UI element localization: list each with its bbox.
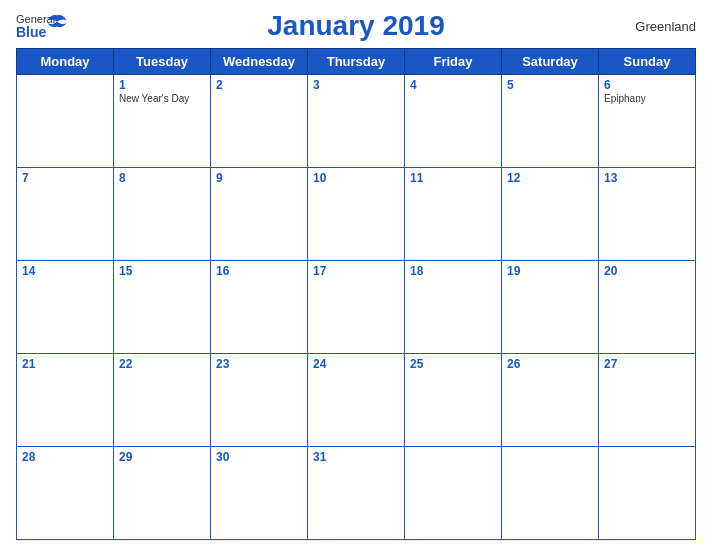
calendar-cell: 21 [17, 354, 114, 447]
month-title: January 2019 [267, 10, 444, 42]
day-number: 24 [313, 357, 399, 371]
calendar-cell: 12 [502, 168, 599, 261]
day-number: 22 [119, 357, 205, 371]
calendar-cell: 22 [114, 354, 211, 447]
day-number: 7 [22, 171, 108, 185]
weekday-header-row: MondayTuesdayWednesdayThursdayFridaySatu… [17, 49, 696, 75]
day-number: 23 [216, 357, 302, 371]
calendar-week-row: 14151617181920 [17, 261, 696, 354]
calendar-cell: 11 [405, 168, 502, 261]
calendar-week-row: 1New Year's Day23456Epiphany [17, 75, 696, 168]
day-number: 12 [507, 171, 593, 185]
calendar-cell: 17 [308, 261, 405, 354]
day-number: 28 [22, 450, 108, 464]
day-number: 13 [604, 171, 690, 185]
calendar-cell: 19 [502, 261, 599, 354]
region-label: Greenland [635, 19, 696, 34]
calendar-cell [405, 447, 502, 540]
calendar-cell [502, 447, 599, 540]
day-number: 5 [507, 78, 593, 92]
weekday-header-thursday: Thursday [308, 49, 405, 75]
calendar-cell: 31 [308, 447, 405, 540]
calendar-cell: 29 [114, 447, 211, 540]
calendar-week-row: 21222324252627 [17, 354, 696, 447]
calendar-week-row: 28293031 [17, 447, 696, 540]
calendar-cell: 4 [405, 75, 502, 168]
calendar-cell: 9 [211, 168, 308, 261]
day-number: 27 [604, 357, 690, 371]
calendar-cell: 10 [308, 168, 405, 261]
day-number: 20 [604, 264, 690, 278]
day-number: 29 [119, 450, 205, 464]
day-number: 25 [410, 357, 496, 371]
holiday-label: New Year's Day [119, 93, 205, 104]
calendar-cell: 13 [599, 168, 696, 261]
day-number: 1 [119, 78, 205, 92]
day-number: 4 [410, 78, 496, 92]
day-number: 10 [313, 171, 399, 185]
day-number: 30 [216, 450, 302, 464]
calendar-cell: 27 [599, 354, 696, 447]
day-number: 11 [410, 171, 496, 185]
day-number: 9 [216, 171, 302, 185]
calendar-cell: 16 [211, 261, 308, 354]
logo: General Blue [16, 14, 55, 39]
calendar-cell: 2 [211, 75, 308, 168]
day-number: 18 [410, 264, 496, 278]
holiday-label: Epiphany [604, 93, 690, 104]
day-number: 19 [507, 264, 593, 278]
calendar-cell: 23 [211, 354, 308, 447]
day-number: 17 [313, 264, 399, 278]
weekday-header-wednesday: Wednesday [211, 49, 308, 75]
day-number: 15 [119, 264, 205, 278]
calendar-table: MondayTuesdayWednesdayThursdayFridaySatu… [16, 48, 696, 540]
day-number: 14 [22, 264, 108, 278]
calendar-cell: 24 [308, 354, 405, 447]
calendar-cell: 3 [308, 75, 405, 168]
calendar-cell: 20 [599, 261, 696, 354]
calendar-header: General Blue January 2019 Greenland [16, 10, 696, 42]
day-number: 31 [313, 450, 399, 464]
calendar-cell: 25 [405, 354, 502, 447]
calendar-cell: 7 [17, 168, 114, 261]
calendar-cell: 15 [114, 261, 211, 354]
day-number: 6 [604, 78, 690, 92]
calendar-cell [17, 75, 114, 168]
weekday-header-sunday: Sunday [599, 49, 696, 75]
calendar-cell: 5 [502, 75, 599, 168]
day-number: 3 [313, 78, 399, 92]
weekday-header-saturday: Saturday [502, 49, 599, 75]
day-number: 16 [216, 264, 302, 278]
calendar-cell: 28 [17, 447, 114, 540]
weekday-header-friday: Friday [405, 49, 502, 75]
calendar-cell [599, 447, 696, 540]
calendar-cell: 8 [114, 168, 211, 261]
day-number: 8 [119, 171, 205, 185]
calendar-cell: 6Epiphany [599, 75, 696, 168]
calendar-cell: 26 [502, 354, 599, 447]
calendar-cell: 30 [211, 447, 308, 540]
day-number: 2 [216, 78, 302, 92]
weekday-header-tuesday: Tuesday [114, 49, 211, 75]
calendar-week-row: 78910111213 [17, 168, 696, 261]
calendar-cell: 1New Year's Day [114, 75, 211, 168]
calendar-cell: 14 [17, 261, 114, 354]
logo-bird-icon [45, 14, 69, 28]
weekday-header-monday: Monday [17, 49, 114, 75]
day-number: 26 [507, 357, 593, 371]
calendar-cell: 18 [405, 261, 502, 354]
day-number: 21 [22, 357, 108, 371]
